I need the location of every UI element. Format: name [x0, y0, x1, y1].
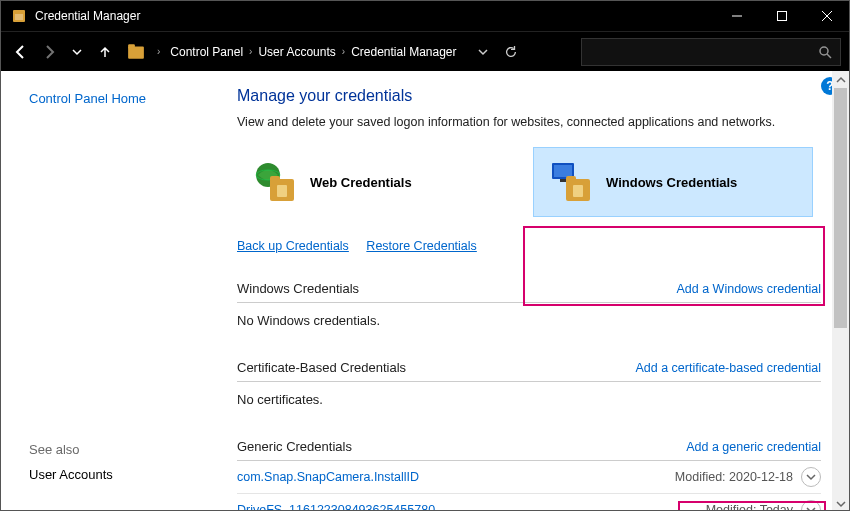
- control-panel-home-link[interactable]: Control Panel Home: [29, 91, 221, 106]
- scroll-up-button[interactable]: [832, 71, 849, 88]
- recent-locations-button[interactable]: [65, 38, 89, 66]
- credential-modified: Modified: Today: [706, 503, 793, 511]
- credential-name[interactable]: com.Snap.SnapCamera.InstallID: [237, 470, 419, 484]
- section-title-cert: Certificate-Based Credentials: [237, 360, 406, 375]
- see-also-header: See also: [29, 442, 221, 457]
- svg-rect-14: [277, 185, 287, 197]
- globe-folder-icon: [252, 159, 298, 205]
- svg-line-9: [827, 54, 831, 58]
- breadcrumb: Control Panel › User Accounts › Credenti…: [168, 45, 458, 59]
- search-input[interactable]: [581, 38, 841, 66]
- tab-web-credentials[interactable]: Web Credentials: [237, 147, 517, 217]
- svg-rect-19: [566, 176, 576, 182]
- toolbar: › Control Panel › User Accounts › Creden…: [1, 31, 849, 71]
- sidebar: Control Panel Home See also User Account…: [1, 71, 221, 511]
- monitor-folder-icon: [548, 159, 594, 205]
- svg-rect-1: [15, 14, 23, 20]
- search-icon: [818, 45, 832, 59]
- svg-point-8: [820, 47, 828, 55]
- add-generic-credential-link[interactable]: Add a generic credential: [686, 440, 821, 454]
- page-title: Manage your credentials: [237, 87, 821, 105]
- vertical-scrollbar[interactable]: [832, 71, 849, 511]
- window-title: Credential Manager: [35, 9, 714, 23]
- cert-empty-text: No certificates.: [237, 382, 821, 433]
- maximize-button[interactable]: [759, 1, 804, 31]
- credential-name[interactable]: DriveFS_116122308493625455780: [237, 503, 435, 511]
- svg-rect-13: [270, 176, 280, 182]
- section-title-windows: Windows Credentials: [237, 281, 359, 296]
- add-windows-credential-link[interactable]: Add a Windows credential: [676, 282, 821, 296]
- tab-label: Windows Credentials: [606, 175, 737, 190]
- page-subtitle: View and delete your saved logon informa…: [237, 115, 821, 129]
- tab-windows-credentials[interactable]: Windows Credentials: [533, 147, 813, 217]
- up-button[interactable]: [93, 38, 117, 66]
- tab-label: Web Credentials: [310, 175, 412, 190]
- back-button[interactable]: [9, 38, 33, 66]
- close-button[interactable]: [804, 1, 849, 31]
- minimize-button[interactable]: [714, 1, 759, 31]
- add-cert-credential-link[interactable]: Add a certificate-based credential: [635, 361, 821, 375]
- address-icon: [127, 43, 145, 61]
- credential-row[interactable]: com.Snap.SnapCamera.InstallID Modified: …: [237, 461, 821, 494]
- scroll-thumb[interactable]: [834, 88, 847, 328]
- svg-rect-7: [128, 44, 135, 49]
- credential-row[interactable]: DriveFS_116122308493625455780 Modified: …: [237, 494, 821, 511]
- chevron-right-icon: ›: [153, 46, 164, 57]
- chevron-right-icon: ›: [338, 46, 349, 57]
- user-accounts-link[interactable]: User Accounts: [29, 467, 113, 482]
- scroll-down-button[interactable]: [832, 495, 849, 511]
- svg-rect-20: [573, 185, 583, 197]
- main-panel: ? Manage your credentials View and delet…: [221, 71, 849, 511]
- expand-button[interactable]: [801, 500, 821, 511]
- svg-rect-3: [777, 12, 786, 21]
- crumb-control-panel[interactable]: Control Panel: [168, 45, 245, 59]
- credential-modified: Modified: 2020-12-18: [675, 470, 793, 484]
- restore-credentials-link[interactable]: Restore Credentials: [366, 239, 476, 253]
- svg-rect-17: [560, 179, 566, 182]
- section-title-generic: Generic Credentials: [237, 439, 352, 454]
- crumb-credential-manager[interactable]: Credential Manager: [349, 45, 458, 59]
- crumb-user-accounts[interactable]: User Accounts: [256, 45, 337, 59]
- app-icon: [11, 8, 27, 24]
- refresh-button[interactable]: [497, 38, 525, 66]
- svg-rect-16: [554, 165, 572, 177]
- chevron-right-icon: ›: [245, 46, 256, 57]
- backup-credentials-link[interactable]: Back up Credentials: [237, 239, 349, 253]
- title-bar: Credential Manager: [1, 1, 849, 31]
- expand-button[interactable]: [801, 467, 821, 487]
- forward-button[interactable]: [37, 38, 61, 66]
- windows-empty-text: No Windows credentials.: [237, 303, 821, 354]
- address-dropdown[interactable]: [469, 38, 497, 66]
